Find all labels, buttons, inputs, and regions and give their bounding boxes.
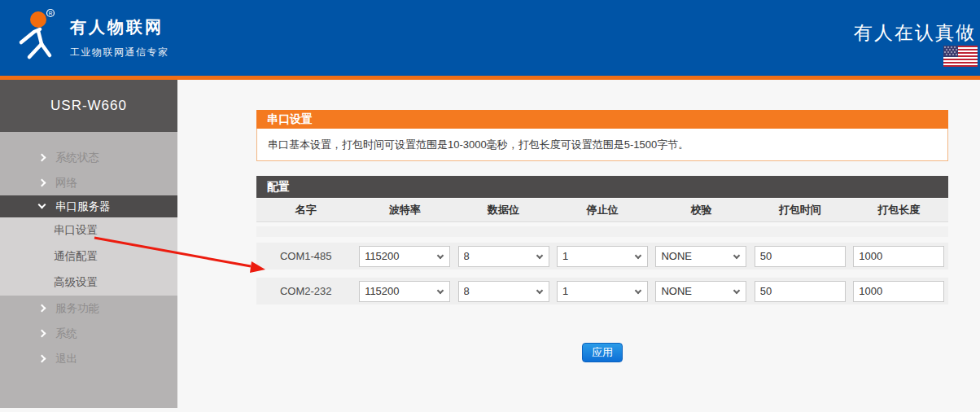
us-flag-icon[interactable]	[943, 46, 978, 67]
sidebar-subitem-serial-settings[interactable]: 串口设置	[0, 217, 177, 243]
sidebar-item-label: 服务功能	[55, 301, 99, 316]
sidebar-item-service-function[interactable]: 服务功能	[0, 296, 177, 321]
baud-rate-select[interactable]: 115200	[359, 246, 450, 267]
registered-mark: R	[49, 11, 53, 16]
parity-select[interactable]: NONE	[655, 246, 746, 267]
header-slogan: 有人在认真做	[854, 20, 976, 46]
serial-server-submenu: 串口设置 通信配置 高级设置	[0, 217, 177, 296]
pack-length-input[interactable]	[853, 281, 944, 302]
column-header-pack-time: 打包时间	[750, 203, 849, 217]
sidebar-item-label: 网络	[55, 176, 77, 191]
device-name: USR-W660	[0, 80, 177, 132]
chevron-right-icon	[38, 330, 46, 338]
column-header-baud: 波特率	[355, 203, 453, 217]
serial-settings-panel: 串口设置 串口基本设置，打包时间可设置范围是10-3000毫秒，打包长度可设置范…	[256, 110, 948, 362]
data-bits-select[interactable]: 8	[458, 281, 549, 302]
sidebar-item-serial-server[interactable]: 串口服务器	[0, 195, 177, 217]
panel-description: 串口基本设置，打包时间可设置范围是10-3000毫秒，打包长度可设置范围是5-1…	[256, 129, 948, 161]
table-spacer-row	[256, 226, 948, 237]
top-header: R 有人物联网 工业物联网通信专家 有人在认真做	[0, 0, 980, 76]
sidebar: USR-W660 系统状态 网络 串口服务器 串口设置 通信配置 高级设置	[0, 80, 177, 408]
sidebar-item-label: 系统	[55, 327, 77, 341]
sidebar-item-label: 串口服务器	[55, 199, 111, 214]
stop-bits-select[interactable]: 1	[557, 281, 648, 302]
logo-title: 有人物联网	[70, 16, 169, 38]
sidebar-item-logout[interactable]: 退出	[0, 346, 177, 371]
pack-time-input[interactable]	[755, 281, 846, 302]
sidebar-item-network[interactable]: 网络	[0, 170, 177, 195]
port-name: COM2-232	[256, 285, 355, 297]
apply-button[interactable]: 应用	[582, 343, 623, 362]
sidebar-subitem-comm-config[interactable]: 通信配置	[0, 243, 177, 270]
data-bits-select[interactable]: 8	[458, 246, 549, 267]
column-header-name: 名字	[256, 203, 355, 217]
column-header-data-bits: 数据位	[454, 203, 553, 217]
sidebar-item-label: 系统状态	[55, 151, 99, 165]
chevron-right-icon	[38, 305, 46, 313]
port-name: COM1-485	[256, 250, 355, 262]
table-row-com2: COM2-232 115200 8 1 NONE	[256, 278, 948, 305]
column-header-stop-bits: 停止位	[553, 203, 651, 217]
chevron-right-icon	[38, 179, 46, 187]
panel-title: 串口设置	[256, 110, 948, 129]
chevron-right-icon	[38, 355, 46, 363]
main-content: 串口设置 串口基本设置，打包时间可设置范围是10-3000毫秒，打包长度可设置范…	[177, 80, 980, 412]
parity-select[interactable]: NONE	[655, 281, 746, 302]
column-header-pack-length: 打包长度	[850, 203, 948, 217]
logo-subtitle: 工业物联网通信专家	[70, 46, 169, 59]
sidebar-item-system[interactable]: 系统	[0, 321, 177, 346]
sidebar-subitem-advanced-settings[interactable]: 高级设置	[0, 270, 177, 296]
sidebar-subitem-label: 高级设置	[54, 275, 98, 290]
baud-rate-select[interactable]: 115200	[359, 281, 450, 302]
logo-text: 有人物联网 工业物联网通信专家	[70, 8, 169, 64]
chevron-right-icon	[38, 154, 46, 162]
pack-length-input[interactable]	[853, 246, 944, 267]
sidebar-item-system-status[interactable]: 系统状态	[0, 145, 177, 170]
chevron-down-icon	[38, 201, 46, 209]
column-header-parity: 校验	[652, 203, 750, 217]
table-row-com1: COM1-485 115200 8 1 NONE	[256, 243, 948, 270]
brand-logo: R 有人物联网 工业物联网通信专家	[11, 8, 169, 64]
logo-figure-icon: R	[11, 8, 59, 64]
sidebar-subitem-label: 通信配置	[54, 249, 98, 264]
sidebar-subitem-label: 串口设置	[54, 223, 98, 238]
sidebar-item-label: 退出	[55, 352, 77, 366]
stop-bits-select[interactable]: 1	[557, 246, 648, 267]
config-section-title: 配置	[256, 176, 948, 198]
table-header-row: 名字 波特率 数据位 停止位 校验 打包时间 打包长度	[256, 199, 948, 222]
pack-time-input[interactable]	[755, 246, 846, 267]
